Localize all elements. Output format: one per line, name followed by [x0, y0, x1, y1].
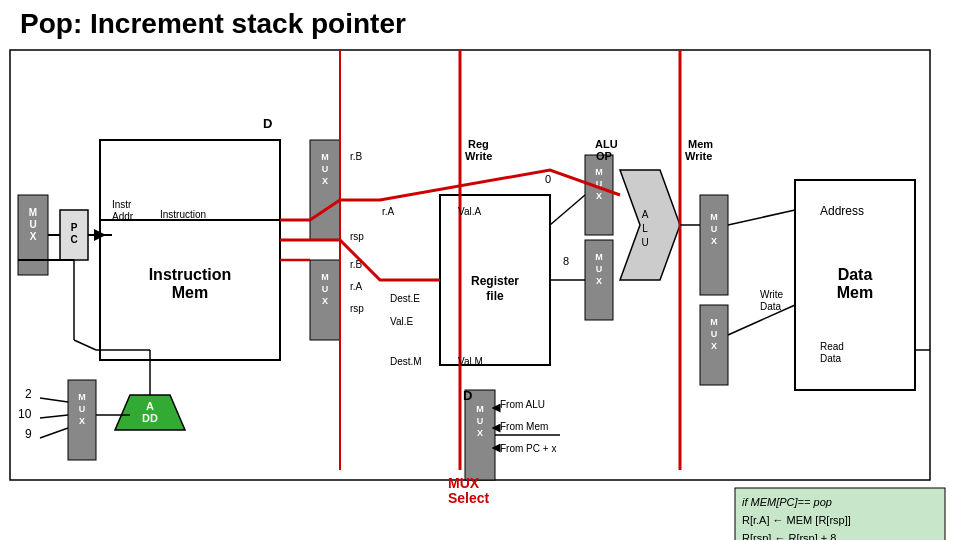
svg-text:M: M	[595, 252, 603, 262]
svg-text:M: M	[29, 207, 37, 218]
svg-text:A: A	[146, 400, 154, 412]
svg-text:X: X	[30, 231, 37, 242]
svg-text:Val.E: Val.E	[390, 316, 413, 327]
svg-text:2: 2	[25, 387, 32, 401]
svg-text:M: M	[78, 392, 86, 402]
svg-text:Mem: Mem	[837, 284, 873, 301]
svg-text:R[r.A] ← MEM [R[rsp]]: R[r.A] ← MEM [R[rsp]]	[742, 514, 851, 526]
svg-text:U: U	[322, 284, 329, 294]
svg-text:r.A: r.A	[350, 281, 363, 292]
svg-text:M: M	[476, 404, 484, 414]
svg-text:9: 9	[25, 427, 32, 441]
svg-text:U: U	[711, 224, 718, 234]
svg-text:U: U	[477, 416, 484, 426]
svg-text:Dest.M: Dest.M	[390, 356, 422, 367]
svg-text:M: M	[710, 317, 718, 327]
svg-text:X: X	[79, 416, 85, 426]
svg-text:U: U	[322, 164, 329, 174]
svg-text:OP: OP	[596, 150, 612, 162]
svg-text:Address: Address	[820, 204, 864, 218]
svg-text:Instr: Instr	[112, 199, 132, 210]
svg-text:DD: DD	[142, 412, 158, 424]
svg-text:10: 10	[18, 407, 32, 421]
svg-text:Instruction: Instruction	[149, 266, 232, 283]
svg-text:Select: Select	[448, 490, 490, 506]
svg-text:X: X	[477, 428, 483, 438]
svg-text:8: 8	[563, 255, 569, 267]
svg-text:Instruction: Instruction	[160, 209, 206, 220]
svg-text:U: U	[79, 404, 86, 414]
svg-text:file: file	[486, 289, 504, 303]
svg-text:X: X	[596, 276, 602, 286]
svg-text:if MEM[PC]== pop: if MEM[PC]== pop	[742, 496, 832, 508]
svg-text:rsp: rsp	[350, 303, 364, 314]
svg-text:r.A: r.A	[382, 206, 395, 217]
svg-text:X: X	[596, 191, 602, 201]
svg-text:M: M	[710, 212, 718, 222]
svg-text:Val.A: Val.A	[458, 206, 481, 217]
svg-text:X: X	[322, 176, 328, 186]
svg-text:Mem: Mem	[172, 284, 208, 301]
svg-text:D: D	[263, 116, 272, 131]
svg-text:X: X	[322, 296, 328, 306]
svg-text:U: U	[29, 219, 36, 230]
svg-text:Data: Data	[820, 353, 842, 364]
svg-text:From ALU: From ALU	[500, 399, 545, 410]
svg-text:Data: Data	[838, 266, 873, 283]
svg-text:U: U	[596, 264, 603, 274]
svg-text:M: M	[595, 167, 603, 177]
svg-text:Mem: Mem	[688, 138, 713, 150]
svg-text:Write: Write	[760, 289, 784, 300]
svg-text:M: M	[321, 272, 329, 282]
svg-text:r.B: r.B	[350, 151, 363, 162]
svg-text:Read: Read	[820, 341, 844, 352]
svg-text:rsp: rsp	[350, 231, 364, 242]
svg-text:X: X	[711, 341, 717, 351]
svg-text:X: X	[711, 236, 717, 246]
svg-text:From Mem: From Mem	[500, 421, 548, 432]
svg-text:0: 0	[545, 173, 551, 185]
svg-text:Reg: Reg	[468, 138, 489, 150]
svg-text:From PC + x: From PC + x	[500, 443, 556, 454]
svg-text:M: M	[321, 152, 329, 162]
svg-text:Write: Write	[685, 150, 712, 162]
svg-text:Val.M: Val.M	[458, 356, 483, 367]
svg-text:Dest.E: Dest.E	[390, 293, 420, 304]
svg-text:Register: Register	[471, 274, 519, 288]
svg-text:U: U	[711, 329, 718, 339]
svg-text:U: U	[641, 237, 648, 248]
svg-text:Data: Data	[760, 301, 782, 312]
svg-text:MUX: MUX	[448, 475, 480, 491]
svg-text:A: A	[642, 209, 649, 220]
svg-text:ALU: ALU	[595, 138, 618, 150]
svg-text:C: C	[70, 234, 77, 245]
svg-text:P: P	[71, 222, 78, 233]
svg-text:Write: Write	[465, 150, 492, 162]
diagram-container: M U X P C Instr Addr Instruction Instruc…	[0, 40, 960, 540]
svg-text:L: L	[642, 223, 648, 234]
svg-text:R[rsp] ← R[rsp] + 8: R[rsp] ← R[rsp] + 8	[742, 532, 836, 540]
svg-text:D: D	[463, 388, 472, 403]
